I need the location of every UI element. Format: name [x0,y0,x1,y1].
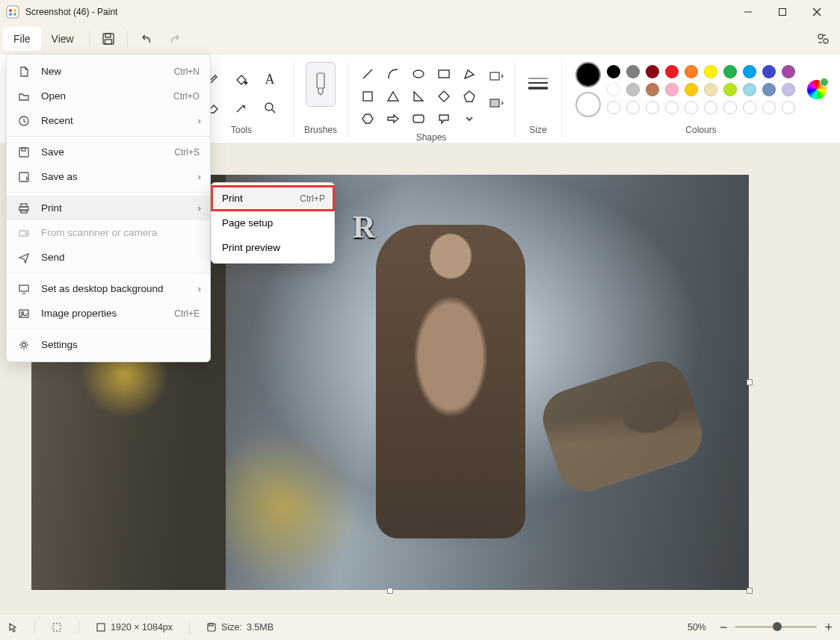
zoom-in-button[interactable]: + [824,621,833,634]
color-swatch[interactable] [743,65,756,78]
submenu-print[interactable]: PrintCtrl+P [211,186,334,211]
color-swatch-empty[interactable] [626,101,640,114]
svg-rect-31 [19,173,28,181]
menu-save-as[interactable]: Save as› [7,164,210,189]
menu-save[interactable]: SaveCtrl+S [7,140,210,164]
save-icon-button[interactable] [94,25,123,52]
picker-tool-icon[interactable] [234,100,249,115]
color-swatch[interactable] [646,83,659,96]
magnifier-tool-icon[interactable] [262,100,277,115]
color-swatch-empty[interactable] [704,101,717,114]
color-swatch[interactable] [685,65,698,78]
settings-toggle-icon[interactable] [809,25,837,52]
menu-settings[interactable]: Settings [7,332,210,357]
color-swatch-empty[interactable] [723,101,737,114]
dimensions-icon [96,622,106,633]
ribbon-group-size: Size [515,59,562,138]
dimensions-value: 1920 × 1084px [111,622,173,633]
svg-line-18 [363,69,372,78]
color-swatch[interactable] [607,83,620,96]
color-swatch[interactable] [723,83,737,96]
curve-shape-icon[interactable] [386,66,401,81]
zoom-out-button[interactable]: − [720,621,728,634]
brush-picker[interactable] [306,62,336,107]
svg-rect-34 [21,210,27,213]
undo-button[interactable] [132,25,161,52]
color-swatch-empty[interactable] [743,101,756,114]
color-1-selector[interactable] [575,62,601,87]
rect-shape-icon[interactable] [436,66,451,81]
color-swatch-empty[interactable] [685,101,698,114]
minimize-button[interactable] [731,0,765,24]
svg-rect-11 [105,40,111,44]
fill-tool-icon[interactable] [234,72,249,87]
color-swatch[interactable] [782,83,795,96]
color-swatch[interactable] [743,83,756,96]
zoom-slider[interactable] [735,626,817,628]
menu-send[interactable]: Send [7,245,210,270]
pentagon-shape-icon[interactable] [462,89,477,104]
submenu-print-preview[interactable]: Print preview [211,235,334,260]
submenu-page-setup[interactable]: Page setup [211,211,334,235]
color-swatch-empty[interactable] [762,101,776,114]
callout-shape-icon[interactable] [436,111,451,126]
maximize-button[interactable] [765,0,800,24]
square-shape-icon[interactable] [360,89,375,104]
polygon-shape-icon[interactable] [462,66,477,81]
rtriangle-shape-icon[interactable] [411,89,426,104]
color-swatch-empty[interactable] [782,101,795,114]
svg-point-13 [824,39,828,43]
text-tool-icon[interactable]: A [262,72,277,87]
triangle-shape-icon[interactable] [386,89,401,104]
separator [7,192,210,193]
size-picker[interactable] [525,62,551,107]
color-swatch[interactable] [723,65,737,78]
line-shape-icon[interactable] [360,66,375,81]
menu-view[interactable]: View [41,27,84,51]
zoom-slider-thumb[interactable] [773,622,782,631]
close-button[interactable] [800,0,834,24]
hexagon-shape-icon[interactable] [360,111,375,126]
redo-button[interactable] [161,25,189,52]
roundrect-shape-icon[interactable] [411,111,426,126]
menu-set-desktop[interactable]: Set as desktop background› [7,276,210,301]
menu-new[interactable]: NewCtrl+N [7,59,210,84]
menu-scanner: From scannner or camera [7,220,210,245]
menu-file[interactable]: File [3,27,41,51]
arrow-right-shape-icon[interactable] [386,111,401,126]
color-swatch[interactable] [607,65,620,78]
color-swatch-empty[interactable] [665,101,679,114]
menu-print[interactable]: Print› [7,196,210,220]
print-submenu: PrintCtrl+P Page setup Print preview [211,182,335,264]
resize-handle-corner[interactable] [747,588,753,594]
svg-rect-20 [439,70,449,78]
more-shapes-icon[interactable] [462,111,477,126]
color-swatch[interactable] [762,65,776,78]
diamond-shape-icon[interactable] [436,89,451,104]
edit-colors-button[interactable] [807,80,827,99]
oval-shape-icon[interactable] [411,66,426,81]
color-2-selector[interactable] [575,92,601,117]
paint-app-icon [6,5,19,19]
color-swatch[interactable] [704,83,717,96]
menu-recent[interactable]: Recent› [7,108,210,133]
color-swatch[interactable] [762,83,776,96]
menu-open[interactable]: OpenCtrl+O [7,84,210,108]
shape-outline-icon[interactable] [489,69,504,84]
color-swatch[interactable] [665,65,679,78]
menu-image-properties[interactable]: Image propertiesCtrl+E [7,301,210,326]
resize-handle-bottom[interactable] [387,588,393,594]
color-swatch[interactable] [685,83,698,96]
color-swatch[interactable] [665,83,679,96]
color-swatch[interactable] [626,83,640,96]
chevron-right-icon: › [198,171,202,182]
shapes-label: Shapes [416,132,447,143]
resize-handle-right[interactable] [747,379,753,385]
color-swatch[interactable] [626,65,640,78]
color-swatch-empty[interactable] [646,101,659,114]
color-swatch[interactable] [704,65,717,78]
shape-fill-icon[interactable] [489,96,504,111]
color-swatch-empty[interactable] [607,101,620,114]
color-swatch[interactable] [782,65,795,78]
color-swatch[interactable] [646,65,659,78]
